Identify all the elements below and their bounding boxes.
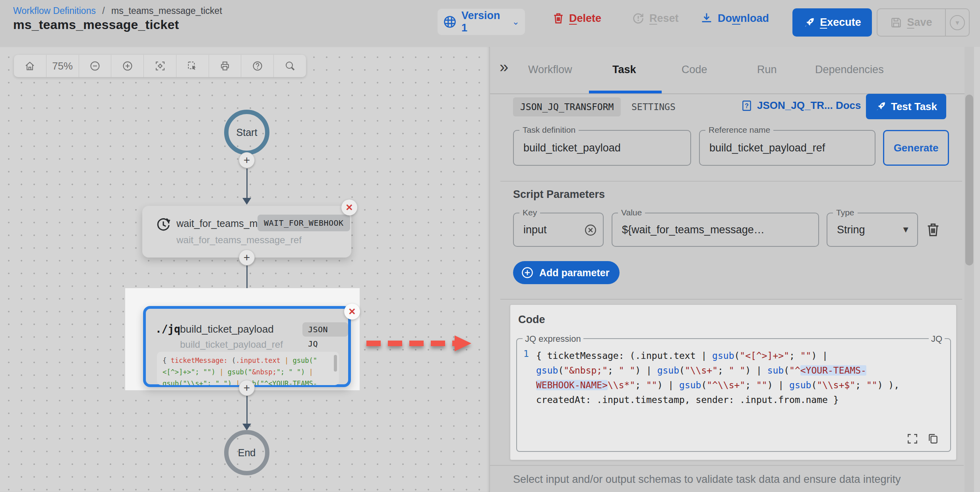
breadcrumb: Workflow Definitions / ms_teams_message_…	[13, 6, 222, 16]
generate-button[interactable]: Generate	[883, 130, 949, 166]
edge-start-to-wait	[246, 169, 248, 198]
canvas-toolbar: 75%	[14, 55, 306, 77]
section-divider	[500, 181, 962, 182]
wait-webhook-icon	[155, 216, 172, 233]
docs-link[interactable]: ? JSON_JQ_TR... Docs	[741, 99, 861, 112]
param-key-value[interactable]: input	[523, 213, 581, 246]
save-button[interactable]: Save	[877, 16, 945, 29]
param-key-field[interactable]: Key input	[513, 213, 604, 247]
download-icon	[700, 12, 713, 25]
tab-workflow[interactable]: Workflow	[528, 64, 572, 76]
jq-task-node-selected[interactable]: ✕ ./jq build_ticket_payload JSON JQ buil…	[143, 306, 351, 387]
fit-to-screen-button[interactable]	[144, 55, 176, 77]
version-selector[interactable]: Version 1 ⌄	[438, 9, 525, 35]
wait-task-ref: wait_for_teams_message_ref	[176, 234, 302, 246]
rocket-icon	[803, 17, 815, 29]
jq-expression-label: JQ expression	[523, 334, 583, 344]
delete-parameter-button[interactable]	[926, 222, 941, 238]
jq-expression-editor[interactable]: JQ expression JQ 1 { ticketMessage: (.in…	[516, 338, 951, 452]
jq-expression-code[interactable]: { ticketMessage: (.input.text | gsub("<[…	[536, 349, 942, 407]
reference-name-value[interactable]: build_ticket_payload_ref	[709, 131, 867, 165]
test-task-button[interactable]: Test Task	[866, 94, 946, 119]
workflow-editor-app: Workflow Definitions / ms_teams_message_…	[0, 0, 980, 492]
print-button[interactable]	[209, 55, 242, 77]
end-node[interactable]: End	[224, 430, 269, 475]
add-parameter-button[interactable]: Add parameter	[513, 261, 620, 284]
param-type-value[interactable]: String	[837, 213, 897, 246]
delete-button[interactable]: Delete	[552, 12, 601, 25]
tab-run[interactable]: Run	[757, 64, 777, 76]
zoom-out-button[interactable]	[79, 55, 112, 77]
clear-key-icon[interactable]	[584, 223, 597, 237]
section-divider	[500, 299, 962, 300]
jq-task-icon: ./jq	[155, 323, 180, 335]
breadcrumb-current: ms_teams_message_ticket	[111, 6, 222, 16]
zoom-in-button[interactable]	[111, 55, 144, 77]
start-node[interactable]: Start	[224, 110, 269, 155]
code-heading: Code	[518, 314, 545, 326]
start-node-label: Start	[236, 127, 258, 138]
save-options-button[interactable]: ▾	[946, 15, 969, 30]
edge-jq-to-end	[246, 396, 248, 424]
param-type-select[interactable]: Type String ▼	[827, 213, 918, 247]
task-definition-field[interactable]: Task definition build_ticket_payload	[513, 130, 691, 166]
jq-language-label: JQ	[929, 334, 945, 344]
active-tab-indicator	[589, 91, 662, 93]
chevron-down-icon: ▾	[950, 15, 965, 30]
collapse-panel-icon[interactable]: »	[500, 59, 508, 75]
schema-note-line2: throughout the workflow execution. Learn…	[513, 488, 934, 492]
select-area-button[interactable]	[176, 55, 209, 77]
remove-wait-task-button[interactable]: ✕	[341, 200, 357, 215]
reset-button[interactable]: Reset	[632, 12, 679, 25]
code-line-number: 1	[523, 349, 529, 359]
reference-name-field[interactable]: Reference name build_ticket_payload_ref	[699, 130, 875, 166]
app-header: Workflow Definitions / ms_teams_message_…	[0, 0, 980, 47]
tab-task[interactable]: Task	[612, 64, 636, 76]
edge-arrowhead	[242, 198, 251, 205]
add-task-button-after-wait[interactable]: +	[239, 250, 255, 265]
version-label: Version 1	[461, 10, 505, 34]
panel-scrollbar-gutter	[974, 47, 980, 492]
end-node-label: End	[238, 447, 256, 459]
copy-code-icon[interactable]	[927, 433, 939, 445]
annotation-arrow-head	[455, 335, 471, 351]
add-task-button-after-start[interactable]: +	[239, 152, 255, 168]
code-section: Code JQ expression JQ 1 { ticketMessage:…	[510, 304, 957, 460]
panel-scrollbar-track[interactable]	[965, 47, 974, 492]
save-icon	[890, 17, 902, 29]
edge-arrowhead	[242, 424, 251, 430]
task-definition-value[interactable]: build_ticket_payload	[523, 131, 682, 165]
add-task-button-after-jq[interactable]: +	[239, 380, 255, 396]
breadcrumb-separator: /	[102, 6, 105, 16]
panel-scrollbar-thumb[interactable]	[965, 95, 973, 265]
help-button[interactable]	[241, 55, 274, 77]
tab-code[interactable]: Code	[682, 64, 707, 76]
expand-editor-icon[interactable]	[906, 433, 918, 445]
schema-note-line1: Select input and/or output schemas to va…	[513, 471, 934, 488]
page-title: ms_teams_message_ticket	[13, 17, 179, 32]
annotation-arrow	[366, 335, 473, 351]
docs-book-icon: ?	[741, 100, 752, 112]
home-button[interactable]	[14, 55, 46, 77]
save-button-group: Save ▾	[877, 8, 970, 37]
breadcrumb-link-workflow-definitions[interactable]: Workflow Definitions	[13, 6, 96, 16]
preview-scrollbar[interactable]	[334, 355, 337, 372]
code-toolbar	[906, 433, 939, 445]
remove-jq-task-button[interactable]: ✕	[344, 304, 360, 320]
select-caret-icon: ▼	[901, 225, 910, 235]
zoom-level[interactable]: 75%	[46, 55, 79, 77]
search-button[interactable]	[274, 55, 306, 77]
settings-tab[interactable]: SETTINGS	[631, 102, 676, 112]
download-button[interactable]: Download	[700, 12, 769, 25]
panel-tabs: » Workflow Task Code Run Dependencies	[490, 47, 980, 94]
tab-dependencies[interactable]: Dependencies	[815, 64, 884, 76]
schema-note: Select input and/or output schemas to va…	[513, 471, 934, 492]
param-value-value[interactable]: ${wait_for_teams_message…	[622, 213, 810, 246]
svg-text:?: ?	[745, 102, 749, 109]
execute-button[interactable]: Execute	[792, 8, 872, 37]
task-type-chip[interactable]: JSON_JQ_TRANSFORM	[513, 97, 621, 116]
plus-circle-icon	[521, 266, 534, 279]
workflow-canvas[interactable]: 75%	[0, 47, 490, 492]
task-details-panel: » Workflow Task Code Run Dependencies JS…	[490, 47, 980, 492]
param-value-field[interactable]: Value ${wait_for_teams_message…	[612, 213, 819, 247]
